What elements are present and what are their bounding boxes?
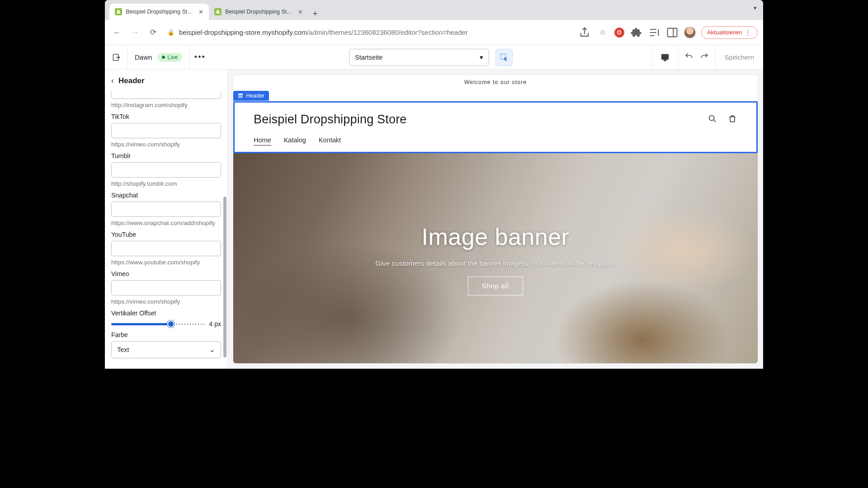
selection-tag[interactable]: Header bbox=[233, 91, 269, 101]
vimeo-input[interactable] bbox=[111, 280, 221, 296]
address-bar[interactable]: 🔒 beispiel-dropshipping-store.myshopify.… bbox=[165, 28, 574, 36]
undo-button[interactable] bbox=[684, 52, 693, 63]
tiktok-input[interactable] bbox=[111, 123, 221, 138]
redo-button[interactable] bbox=[700, 52, 709, 63]
exit-editor-button[interactable] bbox=[105, 45, 127, 70]
share-icon[interactable] bbox=[578, 26, 591, 39]
more-actions-button[interactable]: ••• bbox=[190, 52, 210, 62]
reload-button[interactable]: ⟳ bbox=[146, 26, 160, 39]
hero-button[interactable]: Shop all bbox=[468, 277, 523, 296]
field-hint: https://vimeo.com/shopify bbox=[111, 298, 221, 305]
toolbar-row: ← → ⟳ 🔒 beispiel-dropshipping-store.mysh… bbox=[105, 20, 763, 45]
field-hint: https://www.youtube.com/shopify bbox=[111, 259, 221, 266]
input-partial[interactable] bbox=[111, 91, 221, 99]
snapchat-input[interactable] bbox=[111, 202, 221, 217]
tumblr-input[interactable] bbox=[111, 162, 221, 178]
field-label: Tumblr bbox=[111, 152, 221, 160]
tab-title: Beispiel Dropshipping Store · E bbox=[225, 9, 294, 15]
field-hint: http://shopify.tumblr.com bbox=[111, 180, 221, 187]
offset-slider[interactable] bbox=[111, 320, 205, 328]
live-badge: Live bbox=[157, 53, 182, 62]
field-label: Vertikaler Offset bbox=[111, 310, 221, 317]
update-button[interactable]: Aktualisieren⋮ bbox=[701, 26, 758, 39]
field-label: Farbe bbox=[111, 331, 221, 338]
page-selector[interactable]: Startseite ▾ bbox=[349, 49, 489, 66]
side-panel-icon[interactable] bbox=[666, 26, 679, 39]
hero-title: Image banner bbox=[422, 223, 570, 250]
svg-rect-4 bbox=[664, 60, 666, 61]
kebab-menu-icon[interactable]: ⋮ bbox=[745, 29, 752, 36]
svg-rect-5 bbox=[238, 94, 243, 95]
svg-rect-6 bbox=[238, 95, 243, 98]
svg-point-7 bbox=[709, 115, 714, 120]
extensions-puzzle-icon[interactable] bbox=[630, 26, 642, 39]
device-preview-button[interactable] bbox=[652, 45, 678, 70]
nav-kontakt[interactable]: Kontakt bbox=[319, 136, 341, 145]
announcement-bar[interactable]: Welcome to our store bbox=[233, 75, 758, 89]
reading-list-icon[interactable] bbox=[648, 26, 660, 39]
profile-avatar[interactable] bbox=[684, 27, 696, 38]
select-caret-icon: ⌄ bbox=[209, 346, 215, 353]
browser-tab[interactable]: Beispiel Dropshipping Store · E ✕ bbox=[209, 4, 308, 20]
forward-button: → bbox=[128, 26, 142, 39]
farbe-select[interactable]: Text ⌄ bbox=[111, 341, 221, 358]
slider-value: 4 px bbox=[209, 320, 221, 328]
editor-topbar: Dawn Live ••• Startseite ▾ bbox=[105, 45, 763, 70]
chevron-down-icon: ▾ bbox=[480, 54, 483, 61]
panel-back-button[interactable]: ‹ bbox=[111, 76, 114, 85]
field-hint: https://vimeo.com/shopify bbox=[111, 141, 221, 148]
image-banner-section[interactable]: Image banner Give customers details abou… bbox=[233, 153, 758, 363]
back-button[interactable]: ← bbox=[110, 26, 124, 39]
youtube-input[interactable] bbox=[111, 241, 221, 256]
bookmark-star-icon[interactable]: ☆ bbox=[596, 26, 609, 39]
nav-home[interactable]: Home bbox=[254, 136, 271, 145]
store-title: Beispiel Dropshipping Store bbox=[254, 113, 407, 127]
panel-title: Header bbox=[118, 76, 145, 85]
field-hint: http://instagram.com/shopify bbox=[111, 102, 221, 108]
browser-tab[interactable]: Beispiel Dropshipping Store · D ✕ bbox=[109, 4, 209, 20]
chevron-down-icon[interactable]: ▾ bbox=[754, 5, 757, 11]
panel-scrollbar[interactable] bbox=[223, 91, 226, 369]
tab-strip: Beispiel Dropshipping Store · D ✕ Beispi… bbox=[105, 0, 763, 20]
theme-name: Dawn bbox=[135, 53, 152, 61]
close-tab-icon[interactable]: ✕ bbox=[298, 9, 303, 15]
cart-icon[interactable] bbox=[727, 114, 737, 126]
url-host: beispiel-dropshipping-store.myshopify.co… bbox=[179, 28, 307, 36]
adblock-extension-icon[interactable]: O bbox=[614, 28, 624, 38]
field-label: Snapchat bbox=[111, 192, 221, 199]
field-label: TikTok bbox=[111, 113, 221, 120]
settings-panel: ‹ Header http://instagram.com/shopify Ti… bbox=[105, 70, 228, 369]
theme-info: Dawn Live bbox=[127, 45, 190, 70]
tab-title: Beispiel Dropshipping Store · D bbox=[126, 9, 195, 15]
save-button: Speichern bbox=[715, 45, 763, 70]
new-tab-button[interactable]: ＋ bbox=[308, 6, 322, 20]
lock-icon: 🔒 bbox=[167, 29, 175, 36]
field-label: Vimeo bbox=[111, 270, 221, 277]
browser-chrome: Beispiel Dropshipping Store · D ✕ Beispi… bbox=[105, 0, 763, 45]
svg-rect-0 bbox=[667, 28, 677, 37]
field-label: YouTube bbox=[111, 231, 221, 238]
header-section-selected[interactable]: Header Beispiel Dropshipping Store Home bbox=[233, 101, 758, 153]
url-path: /admin/themes/123608236080/editor?sectio… bbox=[307, 28, 468, 36]
preview-canvas: Welcome to our store Header Beispiel Dro… bbox=[228, 70, 763, 369]
close-tab-icon[interactable]: ✕ bbox=[198, 9, 203, 15]
shopify-favicon-icon bbox=[115, 8, 122, 15]
shopify-favicon-icon bbox=[214, 8, 222, 15]
field-hint: https://www.snapchat.com/add/shopify bbox=[111, 220, 221, 226]
search-icon[interactable] bbox=[708, 114, 717, 126]
svg-rect-3 bbox=[662, 54, 669, 59]
nav-katalog[interactable]: Katalog bbox=[284, 136, 306, 145]
inspector-toggle-button[interactable] bbox=[495, 49, 513, 66]
theme-editor: Dawn Live ••• Startseite ▾ bbox=[105, 45, 763, 369]
hero-subtitle: Give customers details about the banner … bbox=[375, 259, 616, 267]
